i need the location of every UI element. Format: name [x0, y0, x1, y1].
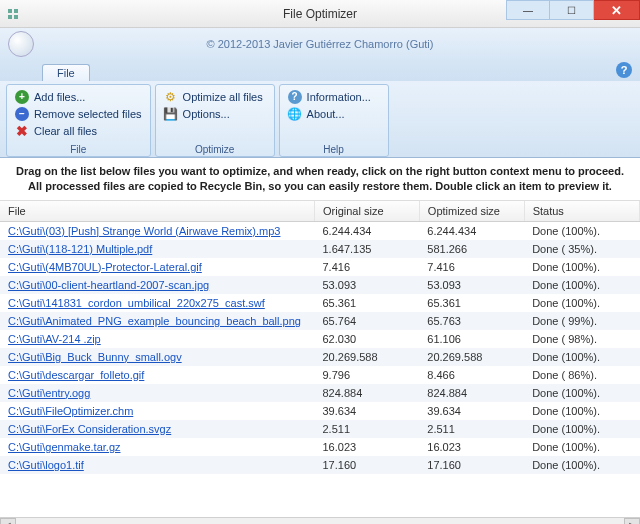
table-row[interactable]: C:\Guti\Animated_PNG_example_bouncing_be… — [0, 312, 640, 330]
copyright-text: © 2012-2013 Javier Gutiérrez Chamorro (G… — [207, 38, 434, 50]
plus-icon: + — [15, 90, 29, 104]
tab-file[interactable]: File — [42, 64, 90, 81]
cell-status: Done (100%). — [524, 276, 639, 294]
window-title: File Optimizer — [283, 7, 357, 21]
file-link[interactable]: C:\Guti\genmake.tar.gz — [8, 441, 121, 453]
file-link[interactable]: C:\Guti\entry.ogg — [8, 387, 90, 399]
file-link[interactable]: C:\Guti\(118-121) Multiple.pdf — [8, 243, 152, 255]
svg-rect-1 — [14, 9, 18, 13]
cell-status: Done ( 98%). — [524, 330, 639, 348]
file-link[interactable]: C:\Guti\descargar_folleto.gif — [8, 369, 144, 381]
file-link[interactable]: C:\Guti\00-client-heartland-2007-scan.jp… — [8, 279, 209, 291]
file-link[interactable]: C:\Guti\FileOptimizer.chm — [8, 405, 133, 417]
add-files-button[interactable]: +Add files... — [12, 88, 145, 105]
table-row[interactable]: C:\Guti\entry.ogg824.884824.884Done (100… — [0, 384, 640, 402]
svg-rect-2 — [8, 15, 12, 19]
about-button[interactable]: 🌐About... — [285, 105, 383, 122]
cell-optimized-size: 16.023 — [419, 438, 524, 456]
table-row[interactable]: C:\Guti\genmake.tar.gz16.02316.023Done (… — [0, 438, 640, 456]
cell-optimized-size: 39.634 — [419, 402, 524, 420]
optimize-all-label: Optimize all files — [183, 91, 263, 103]
file-link[interactable]: C:\Guti\(03) [Push] Strange World (Airwa… — [8, 225, 280, 237]
titlebar: File Optimizer — ☐ ✕ — [0, 0, 640, 28]
ribbon-group-file: +Add files... −Remove selected files ✖Cl… — [6, 84, 151, 157]
maximize-button[interactable]: ☐ — [550, 0, 594, 20]
svg-rect-3 — [14, 15, 18, 19]
about-label: About... — [307, 108, 345, 120]
cell-original-size: 16.023 — [315, 438, 420, 456]
file-link[interactable]: C:\Guti\Big_Buck_Bunny_small.ogv — [8, 351, 182, 363]
col-status[interactable]: Status — [524, 201, 639, 222]
tab-row: File ? — [0, 59, 640, 81]
table-row[interactable]: C:\Guti\00-client-heartland-2007-scan.jp… — [0, 276, 640, 294]
table-row[interactable]: C:\Guti\ForEx Consideration.svgz2.5112.5… — [0, 420, 640, 438]
cell-original-size: 6.244.434 — [315, 221, 420, 240]
table-row[interactable]: C:\Guti\(4MB70UL)-Protector-Lateral.gif7… — [0, 258, 640, 276]
cell-status: Done ( 86%). — [524, 366, 639, 384]
file-table-container[interactable]: File Original size Optimized size Status… — [0, 201, 640, 517]
question-icon: ? — [288, 90, 302, 104]
horizontal-scrollbar[interactable]: ◄ ► — [0, 517, 640, 524]
ribbon-group-optimize: ⚙Optimize all files 💾Options... Optimize — [155, 84, 275, 157]
table-row[interactable]: C:\Guti\logo1.tif17.16017.160Done (100%)… — [0, 456, 640, 474]
cell-status: Done (100%). — [524, 258, 639, 276]
app-header: © 2012-2013 Javier Gutiérrez Chamorro (G… — [0, 28, 640, 59]
table-row[interactable]: C:\Guti\descargar_folleto.gif9.7968.466D… — [0, 366, 640, 384]
options-button[interactable]: 💾Options... — [161, 105, 269, 122]
app-icon — [6, 7, 20, 21]
cell-original-size: 39.634 — [315, 402, 420, 420]
cell-optimized-size: 65.763 — [419, 312, 524, 330]
options-label: Options... — [183, 108, 230, 120]
table-row[interactable]: C:\Guti\141831_cordon_umbilical_220x275_… — [0, 294, 640, 312]
table-row[interactable]: C:\Guti\FileOptimizer.chm39.63439.634Don… — [0, 402, 640, 420]
add-files-label: Add files... — [34, 91, 85, 103]
information-button[interactable]: ?Information... — [285, 88, 383, 105]
col-original-size[interactable]: Original size — [315, 201, 420, 222]
col-optimized-size[interactable]: Optimized size — [419, 201, 524, 222]
cell-original-size: 53.093 — [315, 276, 420, 294]
group-file-label: File — [12, 143, 145, 156]
cell-optimized-size: 824.884 — [419, 384, 524, 402]
scroll-left-icon[interactable]: ◄ — [0, 518, 16, 524]
cell-original-size: 65.764 — [315, 312, 420, 330]
cell-original-size: 20.269.588 — [315, 348, 420, 366]
table-row[interactable]: C:\Guti\Big_Buck_Bunny_small.ogv20.269.5… — [0, 348, 640, 366]
file-link[interactable]: C:\Guti\logo1.tif — [8, 459, 84, 471]
x-icon: ✖ — [15, 124, 29, 138]
col-file[interactable]: File — [0, 201, 315, 222]
file-link[interactable]: C:\Guti\Animated_PNG_example_bouncing_be… — [8, 315, 301, 327]
cell-status: Done (100%). — [524, 221, 639, 240]
window-buttons: — ☐ ✕ — [506, 0, 640, 20]
cell-status: Done (100%). — [524, 348, 639, 366]
cell-status: Done (100%). — [524, 438, 639, 456]
cell-original-size: 65.361 — [315, 294, 420, 312]
clear-files-button[interactable]: ✖Clear all files — [12, 122, 145, 139]
scroll-right-icon[interactable]: ► — [624, 518, 640, 524]
close-button[interactable]: ✕ — [594, 0, 640, 20]
cell-status: Done (100%). — [524, 294, 639, 312]
cell-status: Done (100%). — [524, 420, 639, 438]
cell-optimized-size: 20.269.588 — [419, 348, 524, 366]
cell-original-size: 2.511 — [315, 420, 420, 438]
group-optimize-label: Optimize — [161, 143, 269, 156]
table-row[interactable]: C:\Guti\(03) [Push] Strange World (Airwa… — [0, 221, 640, 240]
file-link[interactable]: C:\Guti\(4MB70UL)-Protector-Lateral.gif — [8, 261, 202, 273]
cell-original-size: 9.796 — [315, 366, 420, 384]
optimize-all-button[interactable]: ⚙Optimize all files — [161, 88, 269, 105]
cell-optimized-size: 61.106 — [419, 330, 524, 348]
remove-files-button[interactable]: −Remove selected files — [12, 105, 145, 122]
file-link[interactable]: C:\Guti\141831_cordon_umbilical_220x275_… — [8, 297, 265, 309]
table-row[interactable]: C:\Guti\(118-121) Multiple.pdf1.647.1355… — [0, 240, 640, 258]
minimize-button[interactable]: — — [506, 0, 550, 20]
cell-optimized-size: 581.266 — [419, 240, 524, 258]
table-row[interactable]: C:\Guti\AV-214 .zip62.03061.106Done ( 98… — [0, 330, 640, 348]
file-link[interactable]: C:\Guti\AV-214 .zip — [8, 333, 101, 345]
cell-original-size: 1.647.135 — [315, 240, 420, 258]
file-link[interactable]: C:\Guti\ForEx Consideration.svgz — [8, 423, 171, 435]
globe-icon: 🌐 — [288, 107, 302, 121]
instruction-text: Drag on the list below files you want to… — [0, 158, 640, 201]
cell-status: Done ( 35%). — [524, 240, 639, 258]
disk-icon: 💾 — [164, 107, 178, 121]
help-icon[interactable]: ? — [616, 62, 632, 78]
clear-files-label: Clear all files — [34, 125, 97, 137]
